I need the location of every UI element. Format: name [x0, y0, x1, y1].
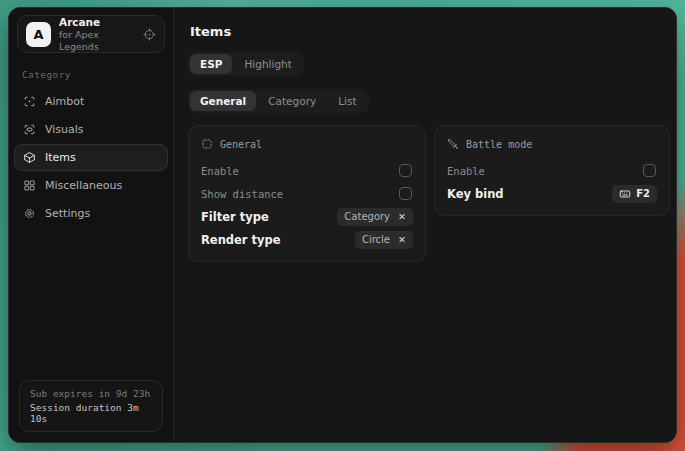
mode-tabs: ESP Highlight: [188, 52, 304, 76]
panel-title: General: [220, 139, 262, 150]
chip-value: Circle: [362, 234, 390, 245]
package-icon: [23, 151, 36, 164]
setting-label: Show distance: [201, 188, 283, 200]
main-content: Items ESP Highlight General Category Lis…: [174, 8, 677, 442]
render-type-chip[interactable]: Circle ✕: [355, 231, 413, 249]
panel-general-header: General: [201, 135, 413, 153]
brand-card[interactable]: A Arcane for Apex Legends: [17, 15, 165, 53]
sidebar-section-label: Category: [22, 69, 173, 80]
setting-label: Key bind: [447, 187, 504, 201]
panel-battle-mode: Battle mode Enable Key bind: [434, 125, 670, 216]
setting-label: Enable: [201, 165, 239, 177]
key-bind-value: F2: [636, 188, 650, 199]
close-icon[interactable]: ✕: [398, 212, 406, 222]
sidebar-item-items[interactable]: Items: [14, 144, 168, 171]
grid-icon: [23, 179, 36, 192]
page-title: Items: [190, 24, 670, 39]
tab-category[interactable]: Category: [258, 91, 326, 111]
app-subtitle: for Apex Legends: [59, 29, 135, 53]
setting-row-render-type: Render type Circle ✕: [201, 228, 413, 251]
keyboard-icon: [619, 188, 631, 200]
setting-row-enable: Enable: [201, 159, 413, 182]
close-icon[interactable]: ✕: [398, 235, 406, 245]
eye-scan-icon: [23, 123, 36, 136]
chip-value: Category: [344, 211, 390, 222]
target-icon[interactable]: [143, 28, 156, 41]
sidebar-item-label: Miscellaneous: [45, 179, 122, 192]
panel-title: Battle mode: [466, 139, 532, 150]
app-window: A Arcane for Apex Legends Category: [8, 7, 677, 443]
sidebar-item-visuals[interactable]: Visuals: [14, 116, 168, 143]
sidebar: A Arcane for Apex Legends Category: [9, 8, 174, 442]
filter-type-chip[interactable]: Category ✕: [337, 208, 413, 226]
session-duration-text: Session duration 3m 10s: [30, 402, 152, 424]
setting-row-key-bind: Key bind F2: [447, 182, 657, 205]
dashed-box-icon: [201, 138, 213, 150]
sidebar-item-miscellaneous[interactable]: Miscellaneous: [14, 172, 168, 199]
sidebar-item-settings[interactable]: Settings: [14, 200, 168, 227]
brand-text: Arcane for Apex Legends: [59, 16, 135, 53]
app-logo: A: [26, 22, 51, 47]
show-distance-checkbox[interactable]: [399, 187, 412, 200]
key-bind-button[interactable]: F2: [612, 185, 657, 203]
tab-esp[interactable]: ESP: [190, 54, 232, 74]
sidebar-item-label: Visuals: [45, 123, 84, 136]
setting-row-enable: Enable: [447, 159, 657, 182]
panel-battle-header: Battle mode: [447, 135, 657, 153]
tab-highlight[interactable]: Highlight: [234, 54, 301, 74]
tab-general[interactable]: General: [190, 91, 256, 111]
sidebar-item-label: Aimbot: [45, 95, 84, 108]
sidebar-item-label: Items: [45, 151, 76, 164]
subscription-card: Sub expires in 9d 23h Session duration 3…: [19, 380, 163, 432]
sidebar-spacer: [9, 231, 173, 380]
battle-enable-checkbox[interactable]: [643, 164, 656, 177]
sidebar-item-aimbot[interactable]: Aimbot: [14, 88, 168, 115]
gear-icon: [23, 207, 36, 220]
app-name: Arcane: [59, 16, 135, 29]
tab-list[interactable]: List: [328, 91, 366, 111]
view-tabs: General Category List: [188, 89, 369, 113]
sword-icon: [447, 138, 459, 150]
sub-expires-text: Sub expires in 9d 23h: [30, 388, 152, 399]
setting-row-show-distance: Show distance: [201, 182, 413, 205]
enable-checkbox[interactable]: [399, 164, 412, 177]
crosshair-focus-icon: [23, 95, 36, 108]
panels-row: General Enable Show distance Filter type…: [188, 125, 670, 262]
setting-label: Render type: [201, 233, 281, 247]
setting-row-filter-type: Filter type Category ✕: [201, 205, 413, 228]
setting-label: Enable: [447, 165, 485, 177]
sidebar-nav: Aimbot Visuals Items: [9, 84, 173, 231]
sidebar-item-label: Settings: [45, 207, 90, 220]
setting-label: Filter type: [201, 210, 269, 224]
panel-general: General Enable Show distance Filter type…: [188, 125, 426, 262]
